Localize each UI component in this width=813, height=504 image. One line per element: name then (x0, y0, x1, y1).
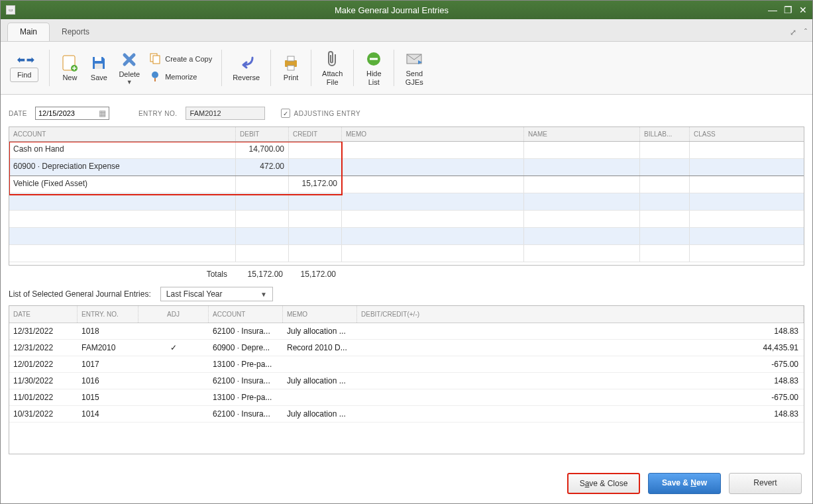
cell-adj (138, 356, 209, 372)
cell-memo: July allocation ... (283, 323, 357, 339)
minimize-icon[interactable]: — (768, 5, 777, 15)
cell-adj (138, 323, 209, 339)
maximize-icon[interactable]: ❐ (784, 5, 792, 15)
cell-entry: FAM2010 (78, 340, 138, 356)
cell-date: 12/31/2022 (9, 340, 78, 356)
cell-account: 13100 · Pre-pa... (209, 356, 283, 372)
list-item[interactable]: 11/01/2022101513100 · Pre-pa...-675.00 (9, 389, 804, 406)
hide-list-button[interactable]: Hide List (360, 50, 387, 87)
toolbar: ⬅ ➡ Find New Save Delete ▼ (1, 42, 812, 95)
journal-lines-body[interactable]: Cash on Hand 14,700.00 60900 · Depreciat… (9, 142, 804, 265)
hide-list-label: Hide List (366, 70, 382, 87)
ribbon-tabs: Main Reports ⤢ ˆ (1, 19, 812, 42)
lcol-debitcredit[interactable]: DEBIT/CREDIT(+/-) (357, 306, 804, 323)
svg-rect-8 (288, 56, 294, 61)
cell-account[interactable]: Vehicle (Fixed Asset) (9, 176, 236, 193)
gje-list-grid: DATE ENTRY. NO. ADJ ACCOUNT MEMO DEBIT/C… (9, 305, 804, 454)
check-icon: ✓ (281, 109, 290, 118)
col-account[interactable]: ACCOUNT (9, 127, 236, 141)
cell-memo: Record 2010 D... (283, 340, 357, 356)
cell-account[interactable]: Cash on Hand (9, 142, 236, 158)
cell-memo: July allocation ... (283, 406, 357, 422)
app-window: ▭ Make General Journal Entries — ❐ ✕ Mai… (0, 0, 813, 504)
list-item[interactable]: 12/31/2022101862100 · Insura...July allo… (9, 323, 804, 340)
send-gjes-button[interactable]: Send GJEs (401, 50, 427, 87)
new-button[interactable]: New (56, 54, 83, 82)
table-row[interactable] (9, 193, 804, 211)
delete-icon (120, 50, 138, 69)
cell-credit[interactable]: 15,172.00 (289, 176, 342, 193)
tab-main[interactable]: Main (7, 23, 50, 41)
col-class[interactable]: CLASS (690, 127, 804, 141)
delete-dropdown-icon[interactable]: ▼ (127, 79, 133, 85)
cell-entry: 1018 (78, 323, 138, 339)
table-row[interactable]: Cash on Hand 14,700.00 (9, 142, 804, 159)
col-billable[interactable]: BILLAB... (640, 127, 690, 141)
date-input[interactable]: ▦ (35, 107, 109, 120)
cell-debitcredit: 148.83 (357, 323, 804, 339)
window-menu-icon[interactable]: ▭ (6, 5, 15, 15)
list-item[interactable]: 11/30/2022101662100 · Insura...July allo… (9, 373, 804, 389)
list-filter-row: List of Selected General Journal Entries… (1, 281, 812, 305)
memorize-pin-icon (149, 70, 161, 84)
calendar-icon[interactable]: ▦ (99, 109, 106, 118)
cell-entry: 1015 (78, 389, 138, 405)
delete-button[interactable]: Delete ▼ (115, 50, 144, 85)
cell-credit[interactable] (289, 159, 342, 176)
revert-button[interactable]: Revert (729, 473, 802, 494)
period-filter-select[interactable]: Last Fiscal Year ▼ (160, 287, 273, 301)
close-icon[interactable]: ✕ (799, 5, 807, 15)
col-credit[interactable]: CREDIT (289, 127, 342, 141)
list-item[interactable]: 10/31/2022101462100 · Insura...July allo… (9, 406, 804, 423)
cell-debit[interactable]: 472.00 (236, 159, 289, 176)
col-name[interactable]: NAME (524, 127, 640, 141)
lcol-memo[interactable]: MEMO (283, 306, 357, 323)
tab-reports[interactable]: Reports (50, 23, 101, 41)
print-button[interactable]: Print (278, 54, 304, 82)
date-text[interactable] (38, 109, 91, 117)
collapse-icon[interactable]: ˆ (804, 28, 807, 37)
next-arrow-icon[interactable]: ➡ (27, 54, 34, 65)
entry-no-input[interactable]: FAM2012 (186, 107, 265, 120)
total-debit: 15,172.00 (235, 270, 288, 279)
lcol-adj[interactable]: ADJ (138, 306, 209, 323)
prev-arrow-icon[interactable]: ⬅ (17, 54, 25, 65)
cell-debit[interactable]: 14,700.00 (236, 142, 289, 158)
save-and-new-button[interactable]: Save & New (648, 473, 721, 494)
table-row[interactable] (9, 245, 804, 262)
col-memo[interactable]: MEMO (342, 127, 524, 141)
svg-point-6 (152, 72, 158, 78)
cell-debit[interactable] (236, 176, 289, 193)
date-label: DATE (9, 110, 27, 117)
table-row[interactable]: 60900 · Depreciation Expense 472.00 (9, 159, 804, 176)
svg-rect-5 (153, 56, 160, 64)
gje-list-body[interactable]: 12/31/2022101862100 · Insura...July allo… (9, 323, 804, 454)
cell-adj (138, 406, 209, 422)
totals-label: Totals (9, 270, 235, 279)
titlebar: ▭ Make General Journal Entries — ❐ ✕ (1, 1, 812, 19)
find-button[interactable]: Find (10, 68, 38, 82)
attach-file-button[interactable]: Attach File (318, 50, 347, 87)
lcol-account[interactable]: ACCOUNT (209, 306, 283, 323)
save-button[interactable]: Save (85, 54, 112, 82)
table-row[interactable] (9, 211, 804, 228)
table-row[interactable] (9, 228, 804, 245)
list-item[interactable]: 12/01/2022101713100 · Pre-pa...-675.00 (9, 356, 804, 373)
memorize-button[interactable]: Memorize (149, 70, 212, 84)
col-debit[interactable]: DEBIT (236, 127, 289, 141)
svg-rect-2 (95, 57, 101, 61)
save-and-close-button[interactable]: Save & Close (567, 473, 640, 494)
reverse-button[interactable]: Reverse (229, 54, 264, 82)
create-copy-button[interactable]: Create a Copy (149, 52, 212, 66)
journal-header-row: DATE ▦ ENTRY NO. FAM2012 ✓ ADJUSTING ENT… (1, 95, 812, 126)
cell-debitcredit: -675.00 (357, 356, 804, 372)
lcol-entry[interactable]: ENTRY. NO. (78, 306, 138, 323)
cell-credit[interactable] (289, 142, 342, 158)
cell-account[interactable]: 60900 · Depreciation Expense (9, 159, 236, 176)
cell-account: 62100 · Insura... (209, 323, 283, 339)
lcol-date[interactable]: DATE (9, 306, 78, 323)
table-row[interactable]: Vehicle (Fixed Asset) 15,172.00 (9, 176, 804, 193)
expand-icon[interactable]: ⤢ (790, 28, 796, 37)
list-item[interactable]: 12/31/2022FAM2010✓60900 · Depre...Record… (9, 340, 804, 356)
adjusting-entry-checkbox[interactable]: ✓ ADJUSTING ENTRY (281, 109, 361, 118)
